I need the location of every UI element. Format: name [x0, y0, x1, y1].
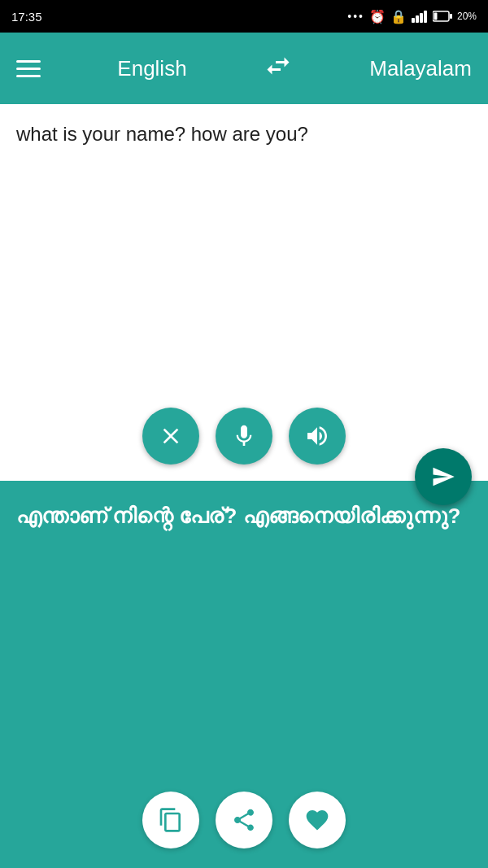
lock-icon: 🔒 [390, 9, 407, 24]
mic-icon [231, 423, 257, 449]
swap-languages-button[interactable] [264, 51, 293, 86]
speaker-button[interactable] [289, 408, 346, 465]
output-panel: എന്താണ് നിന്റെ പേര്? എങ്ങനെയിരിക്കുന്നു? [0, 481, 488, 869]
svg-rect-0 [412, 18, 415, 23]
input-panel: what is your name? how are you? [0, 104, 488, 481]
svg-rect-5 [450, 14, 452, 19]
navbar: English Malayalam [0, 33, 488, 104]
clear-button[interactable] [142, 408, 199, 465]
favorite-icon [304, 807, 330, 833]
signal-dots-icon: ••• [347, 10, 364, 23]
output-actions [0, 792, 488, 848]
favorite-button[interactable] [289, 792, 346, 848]
battery-icon [433, 11, 452, 22]
main-content: what is your name? how are you? [0, 104, 488, 868]
signal-icon [412, 10, 428, 23]
source-language[interactable]: English [117, 56, 186, 81]
share-button[interactable] [216, 792, 272, 848]
translated-text: എന്താണ് നിന്റെ പേര്? എങ്ങനെയിരിക്കുന്നു? [16, 500, 472, 532]
copy-icon [158, 807, 184, 833]
mic-button[interactable] [216, 408, 272, 465]
svg-rect-1 [416, 15, 419, 23]
copy-button[interactable] [142, 792, 199, 848]
svg-rect-3 [424, 11, 427, 23]
menu-icon[interactable] [16, 60, 41, 77]
swap-icon [264, 51, 293, 81]
alarm-icon: ⏰ [369, 9, 386, 24]
status-bar: 17:35 ••• ⏰ 🔒 20% [0, 0, 488, 33]
status-time: 17:35 [11, 10, 42, 24]
target-language[interactable]: Malayalam [369, 56, 472, 81]
input-actions [0, 408, 488, 465]
svg-rect-6 [434, 13, 437, 20]
clear-icon [158, 423, 184, 449]
speaker-icon [304, 423, 330, 449]
source-text[interactable]: what is your name? how are you? [16, 120, 472, 416]
svg-rect-2 [420, 13, 423, 23]
send-button[interactable] [415, 448, 472, 505]
share-icon [231, 807, 257, 833]
status-icons: ••• ⏰ 🔒 20% [347, 9, 477, 24]
battery-percent: 20% [457, 11, 477, 22]
send-icon [431, 465, 455, 489]
